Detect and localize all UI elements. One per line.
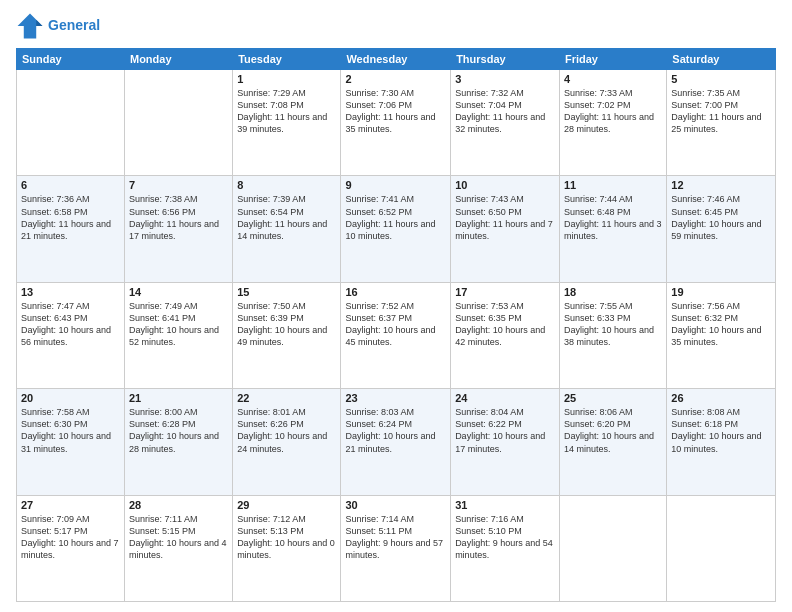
day-number: 30: [345, 499, 446, 511]
day-number: 28: [129, 499, 228, 511]
day-info: Sunrise: 7:39 AM Sunset: 6:54 PM Dayligh…: [237, 193, 336, 242]
day-number: 31: [455, 499, 555, 511]
calendar-table: SundayMondayTuesdayWednesdayThursdayFrid…: [16, 48, 776, 602]
day-info: Sunrise: 7:58 AM Sunset: 6:30 PM Dayligh…: [21, 406, 120, 455]
day-cell: 13Sunrise: 7:47 AM Sunset: 6:43 PM Dayli…: [17, 282, 125, 388]
col-header-thursday: Thursday: [451, 49, 560, 70]
week-row-5: 27Sunrise: 7:09 AM Sunset: 5:17 PM Dayli…: [17, 495, 776, 601]
day-info: Sunrise: 8:00 AM Sunset: 6:28 PM Dayligh…: [129, 406, 228, 455]
day-info: Sunrise: 7:46 AM Sunset: 6:45 PM Dayligh…: [671, 193, 771, 242]
day-cell: 20Sunrise: 7:58 AM Sunset: 6:30 PM Dayli…: [17, 389, 125, 495]
col-header-saturday: Saturday: [667, 49, 776, 70]
day-cell: 24Sunrise: 8:04 AM Sunset: 6:22 PM Dayli…: [451, 389, 560, 495]
day-info: Sunrise: 7:56 AM Sunset: 6:32 PM Dayligh…: [671, 300, 771, 349]
day-info: Sunrise: 7:16 AM Sunset: 5:10 PM Dayligh…: [455, 513, 555, 562]
day-cell: 11Sunrise: 7:44 AM Sunset: 6:48 PM Dayli…: [559, 176, 666, 282]
day-cell: 22Sunrise: 8:01 AM Sunset: 6:26 PM Dayli…: [233, 389, 341, 495]
day-info: Sunrise: 8:08 AM Sunset: 6:18 PM Dayligh…: [671, 406, 771, 455]
day-number: 7: [129, 179, 228, 191]
day-info: Sunrise: 7:12 AM Sunset: 5:13 PM Dayligh…: [237, 513, 336, 562]
day-number: 24: [455, 392, 555, 404]
day-cell: 16Sunrise: 7:52 AM Sunset: 6:37 PM Dayli…: [341, 282, 451, 388]
day-cell: 8Sunrise: 7:39 AM Sunset: 6:54 PM Daylig…: [233, 176, 341, 282]
day-cell: 6Sunrise: 7:36 AM Sunset: 6:58 PM Daylig…: [17, 176, 125, 282]
day-info: Sunrise: 7:38 AM Sunset: 6:56 PM Dayligh…: [129, 193, 228, 242]
day-number: 23: [345, 392, 446, 404]
logo-text: General: [48, 18, 100, 33]
col-header-tuesday: Tuesday: [233, 49, 341, 70]
day-number: 8: [237, 179, 336, 191]
day-number: 5: [671, 73, 771, 85]
day-cell: 21Sunrise: 8:00 AM Sunset: 6:28 PM Dayli…: [124, 389, 232, 495]
day-cell: 25Sunrise: 8:06 AM Sunset: 6:20 PM Dayli…: [559, 389, 666, 495]
day-number: 12: [671, 179, 771, 191]
day-info: Sunrise: 7:09 AM Sunset: 5:17 PM Dayligh…: [21, 513, 120, 562]
col-header-friday: Friday: [559, 49, 666, 70]
day-cell: 31Sunrise: 7:16 AM Sunset: 5:10 PM Dayli…: [451, 495, 560, 601]
page: General SundayMondayTuesdayWednesdayThur…: [0, 0, 792, 612]
week-row-4: 20Sunrise: 7:58 AM Sunset: 6:30 PM Dayli…: [17, 389, 776, 495]
day-info: Sunrise: 8:04 AM Sunset: 6:22 PM Dayligh…: [455, 406, 555, 455]
day-info: Sunrise: 8:01 AM Sunset: 6:26 PM Dayligh…: [237, 406, 336, 455]
day-cell: 19Sunrise: 7:56 AM Sunset: 6:32 PM Dayli…: [667, 282, 776, 388]
day-info: Sunrise: 8:06 AM Sunset: 6:20 PM Dayligh…: [564, 406, 662, 455]
day-cell: 5Sunrise: 7:35 AM Sunset: 7:00 PM Daylig…: [667, 70, 776, 176]
logo-icon: [16, 12, 44, 40]
day-cell: 1Sunrise: 7:29 AM Sunset: 7:08 PM Daylig…: [233, 70, 341, 176]
day-number: 3: [455, 73, 555, 85]
day-info: Sunrise: 7:49 AM Sunset: 6:41 PM Dayligh…: [129, 300, 228, 349]
day-cell: 18Sunrise: 7:55 AM Sunset: 6:33 PM Dayli…: [559, 282, 666, 388]
day-cell: 14Sunrise: 7:49 AM Sunset: 6:41 PM Dayli…: [124, 282, 232, 388]
day-number: 19: [671, 286, 771, 298]
day-number: 27: [21, 499, 120, 511]
day-number: 11: [564, 179, 662, 191]
day-number: 4: [564, 73, 662, 85]
day-number: 6: [21, 179, 120, 191]
day-number: 1: [237, 73, 336, 85]
day-info: Sunrise: 7:30 AM Sunset: 7:06 PM Dayligh…: [345, 87, 446, 136]
day-number: 15: [237, 286, 336, 298]
day-cell: 10Sunrise: 7:43 AM Sunset: 6:50 PM Dayli…: [451, 176, 560, 282]
day-number: 2: [345, 73, 446, 85]
header: General: [16, 12, 776, 40]
day-info: Sunrise: 7:32 AM Sunset: 7:04 PM Dayligh…: [455, 87, 555, 136]
day-cell: 4Sunrise: 7:33 AM Sunset: 7:02 PM Daylig…: [559, 70, 666, 176]
week-row-3: 13Sunrise: 7:47 AM Sunset: 6:43 PM Dayli…: [17, 282, 776, 388]
day-info: Sunrise: 8:03 AM Sunset: 6:24 PM Dayligh…: [345, 406, 446, 455]
day-number: 25: [564, 392, 662, 404]
day-info: Sunrise: 7:53 AM Sunset: 6:35 PM Dayligh…: [455, 300, 555, 349]
col-header-wednesday: Wednesday: [341, 49, 451, 70]
day-cell: [667, 495, 776, 601]
day-info: Sunrise: 7:36 AM Sunset: 6:58 PM Dayligh…: [21, 193, 120, 242]
day-info: Sunrise: 7:29 AM Sunset: 7:08 PM Dayligh…: [237, 87, 336, 136]
day-number: 13: [21, 286, 120, 298]
day-info: Sunrise: 7:43 AM Sunset: 6:50 PM Dayligh…: [455, 193, 555, 242]
day-cell: [124, 70, 232, 176]
day-cell: 17Sunrise: 7:53 AM Sunset: 6:35 PM Dayli…: [451, 282, 560, 388]
col-header-sunday: Sunday: [17, 49, 125, 70]
day-cell: 2Sunrise: 7:30 AM Sunset: 7:06 PM Daylig…: [341, 70, 451, 176]
day-number: 18: [564, 286, 662, 298]
week-row-2: 6Sunrise: 7:36 AM Sunset: 6:58 PM Daylig…: [17, 176, 776, 282]
day-cell: [17, 70, 125, 176]
day-cell: [559, 495, 666, 601]
day-info: Sunrise: 7:47 AM Sunset: 6:43 PM Dayligh…: [21, 300, 120, 349]
day-info: Sunrise: 7:11 AM Sunset: 5:15 PM Dayligh…: [129, 513, 228, 562]
day-cell: 3Sunrise: 7:32 AM Sunset: 7:04 PM Daylig…: [451, 70, 560, 176]
svg-marker-1: [36, 20, 42, 26]
day-number: 21: [129, 392, 228, 404]
day-cell: 9Sunrise: 7:41 AM Sunset: 6:52 PM Daylig…: [341, 176, 451, 282]
day-cell: 15Sunrise: 7:50 AM Sunset: 6:39 PM Dayli…: [233, 282, 341, 388]
day-info: Sunrise: 7:52 AM Sunset: 6:37 PM Dayligh…: [345, 300, 446, 349]
header-row: SundayMondayTuesdayWednesdayThursdayFrid…: [17, 49, 776, 70]
day-number: 17: [455, 286, 555, 298]
col-header-monday: Monday: [124, 49, 232, 70]
day-number: 10: [455, 179, 555, 191]
logo: General: [16, 12, 100, 40]
day-cell: 12Sunrise: 7:46 AM Sunset: 6:45 PM Dayli…: [667, 176, 776, 282]
day-number: 16: [345, 286, 446, 298]
day-cell: 23Sunrise: 8:03 AM Sunset: 6:24 PM Dayli…: [341, 389, 451, 495]
day-number: 26: [671, 392, 771, 404]
day-number: 29: [237, 499, 336, 511]
day-number: 22: [237, 392, 336, 404]
